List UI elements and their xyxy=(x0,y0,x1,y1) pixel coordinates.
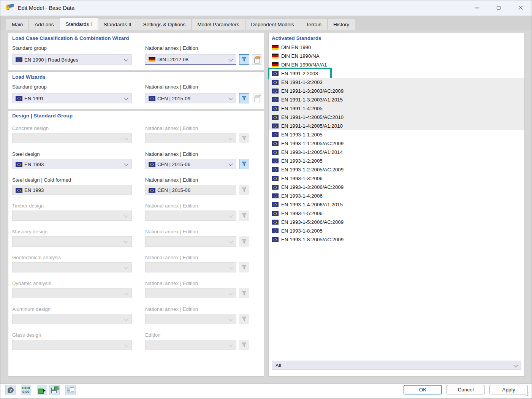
standard-list-item[interactable]: EN 1993-1-1:2005 xyxy=(269,130,524,139)
standard-list-item[interactable]: EN 1993-1-4:2006 xyxy=(269,192,524,200)
standard-list-item[interactable]: EN 1993-1-1:2005/AC:2009 xyxy=(269,139,524,148)
help-button[interactable]: ? xyxy=(5,385,16,395)
eu-flag-icon xyxy=(16,57,22,62)
maximize-icon xyxy=(497,6,500,10)
standard-label: EN 1993-1-3:2006 xyxy=(281,176,323,181)
standard-label: EN 1993-1-4:2006 xyxy=(281,193,323,199)
app-icon-glyph: 6 xyxy=(6,3,10,11)
standard-label: DIN EN 1990/NA xyxy=(281,53,320,59)
standard-list-item[interactable]: DIN EN 1990/NA/A1 xyxy=(269,60,524,69)
filter-annex-button[interactable] xyxy=(239,159,249,169)
national-annex-combobox[interactable]: CEN | 2015-09 xyxy=(145,93,236,103)
filter-annex-button xyxy=(239,211,249,221)
flag-icon xyxy=(272,80,279,85)
save-as-default-button[interactable] xyxy=(49,385,60,395)
standard-list-item[interactable]: EN 1993-1-4:2006/A1:2015 xyxy=(269,200,524,209)
design-standard-combobox[interactable]: EN 1993 xyxy=(12,159,132,169)
standard-list-item[interactable]: EN 1993-1-8:2005/AC:2009 xyxy=(269,235,524,244)
standard-list-item[interactable]: EN 1991-2:2003 xyxy=(269,69,524,78)
minimize-button[interactable] xyxy=(466,0,488,16)
standard-list-item[interactable]: EN 1993-1-3:2006 xyxy=(269,174,524,183)
combobox-value: CEN | 2015-09 xyxy=(157,95,190,101)
standard-list-item[interactable]: EN 1993-1-5:2006/AC:2009 xyxy=(269,218,524,226)
standard-list-item[interactable]: EN 1993-1-2:2005/AC:2009 xyxy=(269,165,524,174)
standard-list-item[interactable]: EN 1993-1-1:2005/A1:2014 xyxy=(269,148,524,157)
standard-list-item[interactable]: DIN EN 1990 xyxy=(269,43,524,52)
standard-list-item[interactable]: EN 1993-1-8:2005 xyxy=(269,226,524,235)
chevron-down-icon xyxy=(124,239,128,243)
standard-list-item[interactable]: EN 1993-1-5:2006 xyxy=(269,209,524,218)
design-row: Concrete design National annex | Edition xyxy=(8,125,264,150)
tab[interactable]: Dependent Models xyxy=(245,19,300,30)
close-button[interactable] xyxy=(510,0,532,16)
national-annex-label: National annex | Edition xyxy=(145,45,198,51)
standard-list-item[interactable]: EN 1991-1-3:2003 xyxy=(269,78,524,87)
design-row: Steel design | Cold formed National anne… xyxy=(8,176,264,202)
standard-list-item[interactable]: EN 1991-1-4:2005 xyxy=(269,104,524,113)
design-standard-combobox xyxy=(12,288,132,298)
filter-icon xyxy=(241,135,247,141)
flag-icon xyxy=(272,158,279,163)
tab[interactable]: Main xyxy=(6,19,29,30)
flag-icon xyxy=(272,193,279,198)
design-row: Aluminum design National annex | Edition xyxy=(8,306,264,331)
filter-annex-button[interactable] xyxy=(239,54,249,65)
design-standard-combobox xyxy=(12,340,132,350)
filter-icon xyxy=(241,342,247,348)
standard-label: EN 1991-1-4:2005/AC:2010 xyxy=(281,114,344,120)
help-icon: ? xyxy=(8,387,14,393)
eu-flag-icon xyxy=(16,96,22,101)
combobox-value: EN 1993 xyxy=(24,187,44,193)
tab[interactable]: Standards I xyxy=(60,17,98,30)
import-settings-button[interactable] xyxy=(37,385,47,395)
flag-icon xyxy=(272,71,279,76)
standard-list-item[interactable]: DIN EN 1990/NA xyxy=(269,52,524,60)
design-row: Masonry design National annex | Edition xyxy=(8,228,264,254)
tab[interactable]: Standards II xyxy=(98,19,138,30)
standard-group-combobox[interactable]: EN 1991 xyxy=(12,93,132,103)
design-standard-combobox: EN 1993 xyxy=(12,185,132,195)
ruler-icon xyxy=(22,387,30,389)
combobox-value: EN 1990 | Road Bridges xyxy=(24,57,78,62)
flag-icon xyxy=(272,54,279,59)
ok-button[interactable]: OK xyxy=(404,385,442,394)
standard-list-item[interactable]: EN 1993-1-2:2005 xyxy=(269,157,524,165)
standard-list-item[interactable]: EN 1991-1-4:2005/AC:2010 xyxy=(269,113,524,122)
maximize-button[interactable] xyxy=(488,0,510,16)
resize-grip[interactable] xyxy=(526,392,526,393)
standard-list-item[interactable]: EN 1991-1-3:2003/AC:2009 xyxy=(269,87,524,95)
standard-list-item[interactable]: EN 1991-1-4:2005/A1:2010 xyxy=(269,122,524,130)
design-annex-combobox[interactable]: CEN | 2015-06 xyxy=(145,159,236,169)
design-standard-group: Design | Standard Group Concrete design … xyxy=(8,110,264,377)
standard-label: EN 1991-1-3:2003/A1:2015 xyxy=(281,97,343,103)
standard-list-item[interactable]: EN 1991-1-3:2003/A1:2015 xyxy=(269,95,524,104)
cancel-button[interactable]: Cancel xyxy=(446,385,485,394)
filter-annex-button xyxy=(239,133,249,143)
apply-button[interactable]: Apply xyxy=(489,385,528,394)
design-label: Aluminum design xyxy=(12,306,51,312)
document-icon xyxy=(70,387,74,393)
tab[interactable]: Add-ons xyxy=(29,19,60,30)
national-annex-combobox[interactable]: DIN | 2012-08 xyxy=(145,54,236,65)
chevron-down-icon xyxy=(228,317,233,321)
design-label: Steel design | Cold formed xyxy=(12,177,71,183)
tab[interactable]: Model Parameters xyxy=(192,19,245,30)
tab[interactable]: History xyxy=(328,19,355,30)
units-settings-button[interactable]: 0,00 xyxy=(21,385,31,395)
create-annex-button xyxy=(252,93,262,103)
standard-group-label: Standard group xyxy=(12,84,47,90)
standard-label: EN 1993-1-5:2006 xyxy=(281,211,323,216)
create-annex-button[interactable] xyxy=(252,54,262,65)
design-row: Geotechnical analysis National annex | E… xyxy=(8,254,264,280)
national-annex-label: National annex | Edition xyxy=(145,255,198,260)
tab[interactable]: Settings & Options xyxy=(137,19,192,30)
transfer-from-model-button[interactable] xyxy=(65,385,76,395)
standards-filter-combobox[interactable]: All xyxy=(272,361,521,370)
standard-label: EN 1993-1-8:2005/AC:2009 xyxy=(281,237,344,242)
tab[interactable]: Terrain xyxy=(300,19,328,30)
filter-annex-button[interactable] xyxy=(239,93,249,103)
standard-group-combobox[interactable]: EN 1990 | Road Bridges xyxy=(12,54,132,65)
standard-list-item[interactable]: EN 1993-1-3:2006/AC:2009 xyxy=(269,183,524,192)
close-icon xyxy=(518,5,523,11)
standard-label: EN 1993-1-2:2005 xyxy=(281,158,323,164)
